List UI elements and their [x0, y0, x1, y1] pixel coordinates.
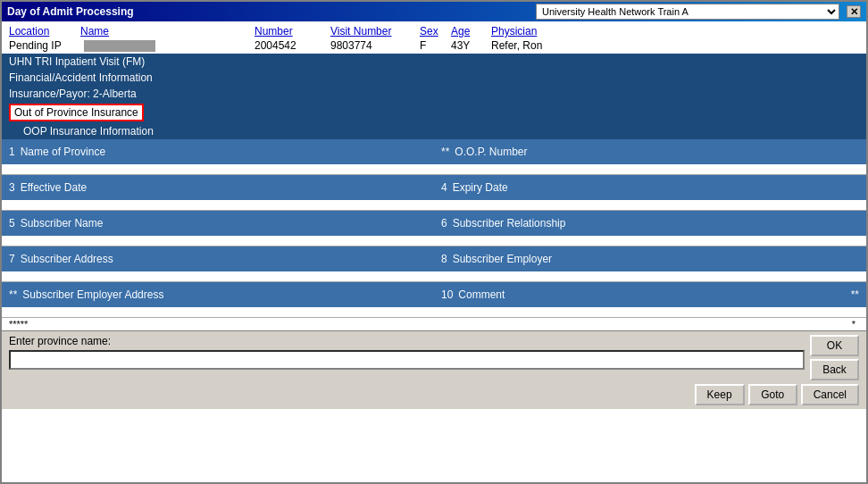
main-window: Day of Admit Processing University Healt… — [0, 0, 868, 484]
menu-section: UHN TRI Inpatient Visit (FM) Financial/A… — [2, 54, 866, 139]
network-select[interactable]: University Health Network Train A — [536, 4, 839, 20]
subscriber-employer-input — [434, 271, 866, 282]
content-area: Location Name Number Visit Number Sex Ag… — [2, 21, 866, 482]
effective-date-input — [2, 200, 434, 211]
field-expiry-date: 4 Expiry Date — [434, 175, 866, 211]
age-header[interactable]: Age — [451, 25, 491, 38]
province-input[interactable] — [9, 350, 805, 370]
patient-location: Pending IP — [9, 39, 80, 52]
number-header[interactable]: Number — [255, 25, 330, 38]
expiry-date-label: Expiry Date — [453, 181, 508, 194]
stars-row: ***** * — [2, 318, 866, 330]
ok-button[interactable]: OK — [810, 335, 859, 356]
patient-sex: F — [420, 39, 451, 52]
menu-item-insurance[interactable]: Insurance/Payor: 2-Alberta — [2, 86, 866, 102]
comment-label: Comment — [458, 288, 505, 301]
employer-address-header: ** Subscriber Employer Address — [2, 282, 434, 307]
field-subscriber-employer: 8 Subscriber Employer — [434, 246, 866, 282]
title-bar: Day of Admit Processing University Healt… — [2, 2, 866, 21]
field-oop-number: ** O.O.P. Number — [434, 139, 866, 175]
field-num-4: 4 — [441, 181, 447, 194]
back-button[interactable]: Back — [810, 359, 859, 380]
subscriber-employer-label: Subscriber Employer — [453, 253, 552, 265]
close-button[interactable]: ✕ — [847, 5, 861, 18]
employer-address-label: Subscriber Employer Address — [22, 288, 163, 301]
physician-header[interactable]: Physician — [491, 25, 537, 38]
subscriber-address-label: Subscriber Address — [21, 253, 113, 265]
form-row-3: 5 Subscriber Name 6 Subscriber Relations… — [2, 211, 866, 246]
patient-number: 2004542 — [255, 39, 330, 52]
field-subscriber-address: 7 Subscriber Address — [2, 246, 434, 282]
patient-age: 43Y — [451, 39, 491, 52]
field-num-10: 10 — [441, 288, 453, 301]
patient-visit-number: 9803774 — [330, 39, 420, 52]
comment-header: 10 Comment ** — [434, 282, 866, 307]
province-label: Name of Province — [21, 146, 105, 158]
stars-left: ***** — [9, 319, 432, 330]
form-row-2: 3 Effective Date 4 Expiry Date — [2, 175, 866, 211]
prompt-area: Enter province name: OK Back — [9, 335, 859, 380]
name-masked — [84, 40, 155, 52]
menu-item-tri[interactable]: UHN TRI Inpatient Visit (FM) — [2, 54, 866, 70]
field-subscriber-relationship: 6 Subscriber Relationship — [434, 211, 866, 246]
patient-header: Location Name Number Visit Number Sex Ag… — [2, 21, 866, 54]
province-header: 1 Name of Province — [2, 139, 434, 164]
province-input-area — [2, 164, 434, 175]
subscriber-name-header: 5 Subscriber Name — [2, 211, 434, 236]
field-num-6: 6 — [441, 217, 447, 229]
patient-physician: Refer, Ron — [491, 39, 542, 52]
effective-date-label: Effective Date — [21, 181, 87, 194]
subscriber-address-input — [2, 271, 434, 282]
expiry-date-header: 4 Expiry Date — [434, 175, 866, 200]
form-row-4: 7 Subscriber Address 8 Subscriber Employ… — [2, 246, 866, 282]
field-num-7: 7 — [9, 253, 15, 265]
subscriber-rel-label: Subscriber Relationship — [453, 217, 566, 229]
cancel-button[interactable]: Cancel — [801, 384, 859, 405]
field-marker-oop: ** — [441, 146, 449, 158]
subscriber-rel-header: 6 Subscriber Relationship — [434, 211, 866, 236]
field-num-5: 5 — [9, 217, 15, 229]
patient-name — [80, 39, 255, 52]
employer-address-input — [2, 307, 434, 318]
prompt-label: Enter province name: — [9, 335, 111, 347]
menu-item-oop-info[interactable]: OOP Insurance Information — [2, 123, 866, 139]
oop-number-header: ** O.O.P. Number — [434, 139, 866, 164]
field-employer-address: ** Subscriber Employer Address — [2, 282, 434, 318]
prompt-left: Enter province name: — [9, 335, 805, 370]
field-subscriber-name: 5 Subscriber Name — [2, 211, 434, 246]
visit-number-header[interactable]: Visit Number — [330, 25, 420, 38]
keep-button[interactable]: Keep — [695, 384, 745, 405]
subscriber-name-label: Subscriber Name — [21, 217, 104, 229]
form-row-5: ** Subscriber Employer Address 10 Commen… — [2, 282, 866, 318]
stars-right: * — [432, 319, 859, 330]
form-row-1: 1 Name of Province ** O.O.P. Number — [2, 139, 866, 175]
ok-back-buttons: OK Back — [810, 335, 859, 380]
subscriber-address-header: 7 Subscriber Address — [2, 246, 434, 271]
oop-number-label: O.O.P. Number — [455, 146, 527, 158]
field-marker-ea: ** — [9, 288, 17, 301]
name-header[interactable]: Name — [80, 25, 255, 38]
prompt-label-row: Enter province name: — [9, 335, 805, 347]
action-buttons: Keep Goto Cancel — [9, 384, 859, 405]
subscriber-rel-input — [434, 236, 866, 246]
effective-date-header: 3 Effective Date — [2, 175, 434, 200]
field-effective-date: 3 Effective Date — [2, 175, 434, 211]
expiry-date-input — [434, 200, 866, 211]
form-grid: 1 Name of Province ** O.O.P. Number — [2, 139, 866, 330]
subscriber-employer-header: 8 Subscriber Employer — [434, 246, 866, 271]
window-title: Day of Admit Processing — [7, 5, 134, 18]
field-comment: 10 Comment ** — [434, 282, 866, 318]
menu-item-oop-highlighted[interactable]: Out of Province Insurance — [2, 102, 866, 123]
field-num-8: 8 — [441, 253, 447, 265]
menu-item-financial[interactable]: Financial/Accident Information — [2, 70, 866, 86]
field-num-3: 3 — [9, 181, 15, 194]
subscriber-name-input — [2, 236, 434, 246]
goto-button[interactable]: Goto — [748, 384, 797, 405]
location-header[interactable]: Location — [9, 25, 80, 38]
comment-required-marker: ** — [851, 288, 859, 301]
sex-header[interactable]: Sex — [420, 25, 451, 38]
oop-label: Out of Province Insurance — [9, 104, 144, 121]
field-num-1: 1 — [9, 146, 15, 158]
oop-number-input-area — [434, 164, 866, 175]
comment-input — [434, 307, 866, 318]
